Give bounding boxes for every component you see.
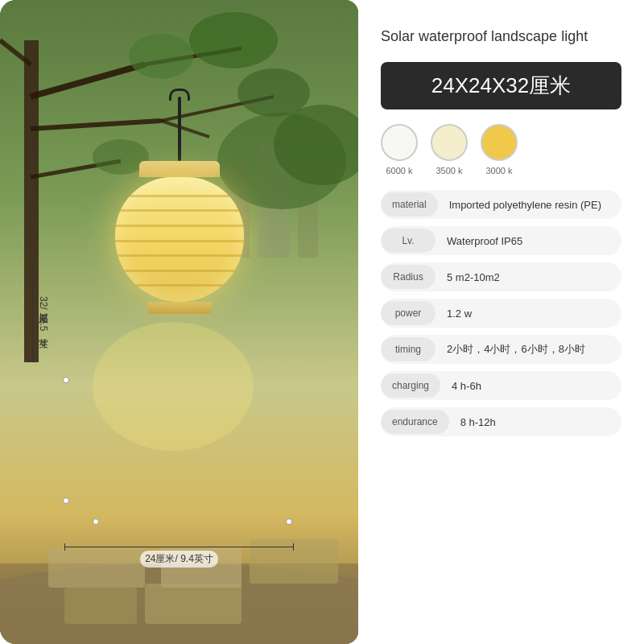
color-circle-3000k (481, 124, 518, 161)
spec-row: power1.2 w (381, 299, 621, 328)
spec-row: materialImported polyethylene resin (PE) (381, 190, 621, 219)
dimension-vertical: 32厘米/ 12.5英寸 (32, 266, 50, 362)
spec-row: endurance8 h-12h (381, 407, 621, 436)
spec-key-Radius: Radius (381, 265, 436, 289)
color-option-3500k[interactable]: 3500 k (431, 124, 468, 175)
lantern-main-body (115, 177, 244, 302)
horizontal-dimension-label: 24厘米/ 9.4英寸 (140, 551, 218, 568)
color-circle-6000k (381, 124, 418, 161)
spec-value-timing: 2小时，4小时，6小时，8小时 (436, 336, 621, 363)
product-title: Solar waterproof landscape light (381, 26, 621, 47)
spec-list: materialImported polyethylene resin (PE)… (381, 190, 621, 436)
page-container: 32厘米/ 12.5英寸 24厘米/ 9.4英寸 Solar waterproo… (0, 0, 644, 644)
color-options: 6000 k 3500 k 3000 k (381, 124, 621, 175)
spec-value-Radius: 5 m2-10m2 (436, 265, 621, 290)
spec-row: timing2小时，4小时，6小时，8小时 (381, 335, 621, 364)
spec-key-charging: charging (381, 374, 440, 398)
lantern (115, 97, 244, 314)
vertical-dimension-label: 32厘米/ 12.5英寸 (36, 296, 50, 331)
color-option-6000k[interactable]: 6000 k (381, 124, 418, 175)
spec-key-Lv.: Lv. (381, 229, 436, 253)
info-panel: Solar waterproof landscape light 24X24X3… (358, 0, 644, 644)
size-badge: 24X24X32厘米 (381, 62, 621, 109)
color-label-3500k: 3500 k (436, 166, 462, 175)
dimension-dot-br-left (93, 518, 99, 525)
spec-row: charging4 h-6h (381, 371, 621, 400)
product-image-panel: 32厘米/ 12.5英寸 24厘米/ 9.4英寸 (0, 0, 358, 644)
lantern-bottom-cap (147, 302, 212, 314)
color-circle-3500k (431, 124, 468, 161)
spec-value-Lv.: Waterproof IP65 (436, 229, 621, 254)
svg-point-23 (237, 68, 310, 117)
spec-key-power: power (381, 301, 436, 325)
svg-point-25 (93, 322, 254, 451)
dimension-horizontal: 24厘米/ 9.4英寸 (64, 547, 294, 568)
spec-key-endurance: endurance (381, 410, 449, 434)
color-option-3000k[interactable]: 3000 k (481, 124, 518, 175)
svg-rect-6 (64, 588, 137, 624)
dimension-dot-bl (63, 497, 69, 504)
spec-row: Radius5 m2-10m2 (381, 262, 621, 291)
dimension-dot-tl (63, 377, 69, 383)
spec-value-endurance: 8 h-12h (449, 410, 621, 435)
spec-value-charging: 4 h-6h (440, 374, 621, 398)
svg-rect-7 (145, 584, 242, 624)
spec-key-material: material (381, 192, 438, 217)
spec-value-material: Imported polyethylene resin (PE) (438, 192, 621, 217)
lantern-handle (178, 97, 181, 161)
svg-point-21 (189, 12, 278, 68)
color-label-3000k: 3000 k (485, 166, 512, 175)
lantern-body (115, 161, 244, 314)
spec-key-timing: timing (381, 337, 436, 361)
spec-value-power: 1.2 w (436, 301, 621, 326)
dimension-dot-br-right (286, 518, 292, 525)
spec-row: Lv.Waterproof IP65 (381, 226, 621, 255)
svg-point-22 (129, 34, 193, 79)
background-scene: 32厘米/ 12.5英寸 24厘米/ 9.4英寸 (0, 0, 358, 644)
lantern-top-cap (139, 161, 220, 177)
color-label-6000k: 6000 k (386, 166, 412, 175)
